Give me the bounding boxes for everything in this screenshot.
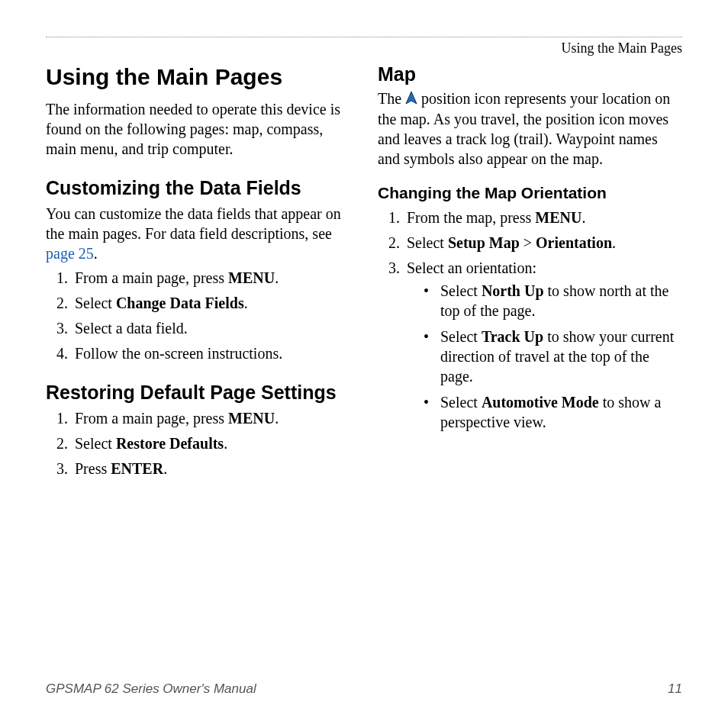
- position-icon: [405, 89, 417, 109]
- orientation-steps: From the map, press MENU. Select Setup M…: [378, 208, 682, 432]
- step-text: Select: [75, 295, 116, 311]
- list-item: Follow the on-screen instructions.: [72, 343, 350, 363]
- change-data-fields-option: Change Data Fields: [116, 295, 244, 311]
- list-item: Select a data field.: [72, 318, 350, 338]
- step-text: From a main page, press: [75, 269, 228, 286]
- left-column: Using the Main Pages The information nee…: [46, 62, 350, 484]
- customizing-paragraph: You can customize the data fields that a…: [46, 204, 350, 263]
- menu-key: MENU: [228, 410, 275, 427]
- svg-marker-0: [406, 92, 417, 104]
- bullet-text: Select: [440, 282, 482, 299]
- customizing-heading: Customizing the Data Fields: [46, 177, 350, 199]
- restoring-heading: Restoring Default Page Settings: [46, 382, 350, 404]
- list-item: Press ENTER.: [72, 459, 350, 478]
- step-text: .: [224, 435, 227, 452]
- customizing-text-b: .: [94, 245, 98, 262]
- list-item: Select Change Data Fields.: [72, 293, 350, 313]
- step-text: Select: [75, 435, 116, 452]
- map-text-a: The: [378, 90, 405, 107]
- page-title: Using the Main Pages: [46, 62, 350, 92]
- intro-paragraph: The information needed to operate this d…: [46, 99, 350, 159]
- list-item: Select Automotive Mode to show a perspec…: [424, 392, 682, 432]
- step-text: .: [581, 209, 585, 226]
- step-text: Select: [407, 234, 448, 251]
- right-column: Map The position icon represents your lo…: [378, 62, 682, 484]
- list-item: From a main page, press MENU.: [72, 408, 350, 428]
- track-up-option: Track Up: [482, 328, 543, 345]
- step-text: Press: [75, 460, 111, 477]
- map-text-b: position icon represents your location o…: [378, 90, 670, 167]
- menu-key: MENU: [228, 269, 275, 286]
- page-25-link[interactable]: page 25: [46, 245, 94, 262]
- bullet-text: Select: [440, 328, 482, 345]
- orientation-option: Orientation: [536, 234, 612, 251]
- list-item: Select Track Up to show your current dir…: [424, 327, 682, 386]
- list-item: Select Setup Map > Orientation.: [404, 233, 682, 253]
- list-item: Select an orientation: Select North Up t…: [404, 258, 682, 432]
- running-header: Using the Main Pages: [46, 37, 682, 57]
- customizing-steps: From a main page, press MENU. Select Cha…: [46, 268, 350, 363]
- page-footer: GPSMAP 62 Series Owner's Manual 11: [46, 681, 682, 697]
- list-item: From a main page, press MENU.: [72, 268, 350, 288]
- bullet-text: Select: [440, 394, 482, 411]
- list-item: From the map, press MENU.: [404, 208, 682, 227]
- north-up-option: North Up: [482, 282, 544, 299]
- map-paragraph: The position icon represents your locati…: [378, 89, 682, 169]
- orientation-options-list: Select North Up to show north at the top…: [407, 281, 682, 432]
- step-text: .: [612, 234, 616, 251]
- step-text: From a main page, press: [75, 410, 228, 427]
- restore-defaults-option: Restore Defaults: [116, 435, 224, 452]
- step-text: .: [275, 410, 279, 427]
- setup-map-option: Setup Map: [448, 234, 520, 251]
- list-item: Select North Up to show north at the top…: [424, 281, 682, 321]
- map-heading: Map: [378, 62, 682, 87]
- customizing-text-a: You can customize the data fields that a…: [46, 205, 341, 242]
- step-text: From the map, press: [407, 209, 535, 226]
- menu-key: MENU: [535, 209, 581, 226]
- manual-title: GPSMAP 62 Series Owner's Manual: [46, 681, 256, 697]
- enter-key: ENTER: [111, 460, 163, 477]
- orientation-heading: Changing the Map Orientation: [378, 182, 682, 203]
- step-text: .: [244, 295, 248, 311]
- restoring-steps: From a main page, press MENU. Select Res…: [46, 408, 350, 478]
- step-text: >: [520, 234, 536, 251]
- step-text: .: [275, 269, 279, 286]
- list-item: Select Restore Defaults.: [72, 433, 350, 453]
- page-number: 11: [668, 681, 682, 697]
- two-column-layout: Using the Main Pages The information nee…: [46, 62, 682, 484]
- step-text: Select an orientation:: [407, 259, 536, 276]
- automotive-mode-option: Automotive Mode: [482, 394, 599, 411]
- running-header-text: Using the Main Pages: [562, 40, 682, 56]
- step-text: .: [163, 460, 167, 477]
